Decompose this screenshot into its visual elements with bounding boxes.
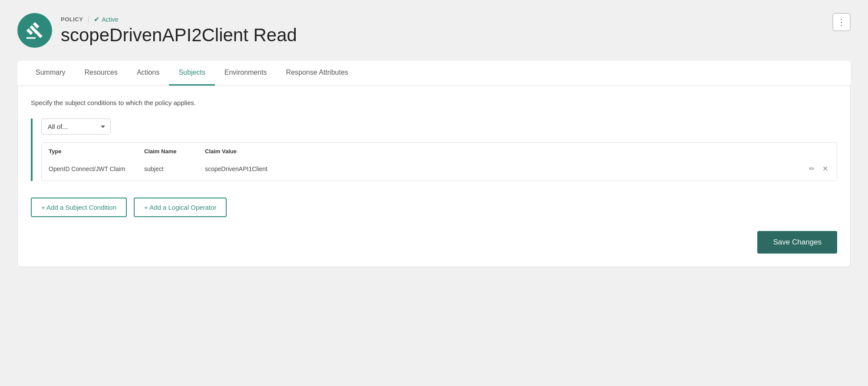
gavel-icon — [26, 21, 44, 40]
conditions-table: Type Claim Name Claim Value OpenID Conne… — [41, 142, 837, 181]
main-content: Specify the subject conditions to which … — [17, 86, 851, 267]
policy-divider — [88, 16, 89, 23]
bottom-actions: + Add a Subject Condition + Add a Logica… — [31, 193, 837, 217]
policy-title-group: POLICY ✔ Active scopeDrivenAPI2Client Re… — [61, 15, 297, 45]
condition-type-value: OpenID Connect/JWT Claim — [49, 165, 125, 172]
add-subject-condition-button[interactable]: + Add a Subject Condition — [31, 198, 127, 217]
tab-resources[interactable]: Resources — [75, 61, 127, 86]
condition-block: All of... Any of... None of... Type Clai… — [31, 119, 837, 181]
more-vertical-icon: ⋮ — [837, 17, 846, 27]
tab-environments[interactable]: Environments — [215, 61, 277, 86]
close-icon: ✕ — [822, 165, 828, 172]
condition-table-headers: Type Claim Name Claim Value — [42, 143, 837, 157]
more-options-button[interactable]: ⋮ — [832, 13, 851, 31]
tab-response-attributes[interactable]: Response Attributes — [277, 61, 358, 86]
policy-name: scopeDrivenAPI2Client Read — [61, 25, 297, 45]
claim-value-column-header: Claim Value — [205, 148, 237, 155]
tabs-container: Summary Resources Actions Subjects Envir… — [17, 61, 851, 86]
delete-condition-button[interactable]: ✕ — [821, 163, 830, 175]
operator-dropdown[interactable]: All of... Any of... None of... — [41, 119, 111, 135]
condition-operator-select: All of... Any of... None of... — [41, 119, 837, 135]
policy-status-label: Active — [102, 16, 118, 23]
section-description: Specify the subject conditions to which … — [31, 99, 837, 106]
tab-summary[interactable]: Summary — [26, 61, 75, 86]
table-row: OpenID Connect/JWT Claim subject scopeDr… — [42, 157, 837, 181]
policy-label-row: POLICY ✔ Active — [61, 15, 297, 23]
tab-subjects[interactable]: Subjects — [169, 61, 215, 86]
policy-icon — [17, 13, 52, 48]
condition-claim-value-value: scopeDrivenAPI1Client — [205, 165, 267, 172]
add-logical-operator-button[interactable]: + Add a Logical Operator — [134, 198, 227, 217]
policy-status: ✔ Active — [94, 15, 118, 23]
type-column-header: Type — [49, 148, 61, 155]
tab-actions[interactable]: Actions — [127, 61, 169, 86]
claim-name-column-header: Claim Name — [144, 148, 176, 155]
check-circle-icon: ✔ — [94, 15, 99, 23]
edit-icon: ✏ — [809, 165, 815, 172]
policy-label: POLICY — [61, 16, 83, 23]
policy-header: POLICY ✔ Active scopeDrivenAPI2Client Re… — [17, 13, 851, 48]
policy-header-left: POLICY ✔ Active scopeDrivenAPI2Client Re… — [17, 13, 297, 48]
save-changes-button[interactable]: Save Changes — [757, 231, 837, 254]
condition-claim-name-value: subject — [144, 165, 163, 172]
edit-condition-button[interactable]: ✏ — [807, 163, 816, 175]
save-footer: Save Changes — [31, 221, 837, 254]
